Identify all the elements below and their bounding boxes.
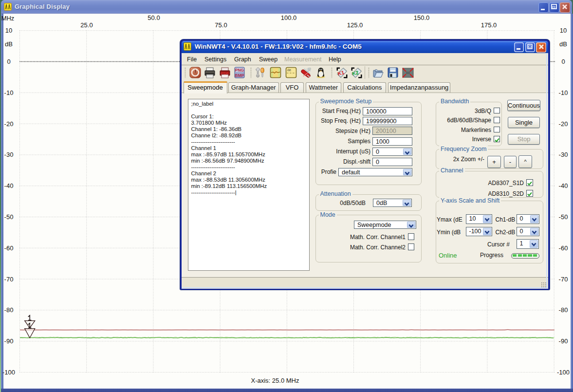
svg-text:PNG: PNG [235, 68, 244, 73]
svg-text:de: de [287, 68, 291, 72]
svg-text:BMP: BMP [235, 73, 244, 78]
svg-text:PDF: PDF [221, 71, 229, 75]
